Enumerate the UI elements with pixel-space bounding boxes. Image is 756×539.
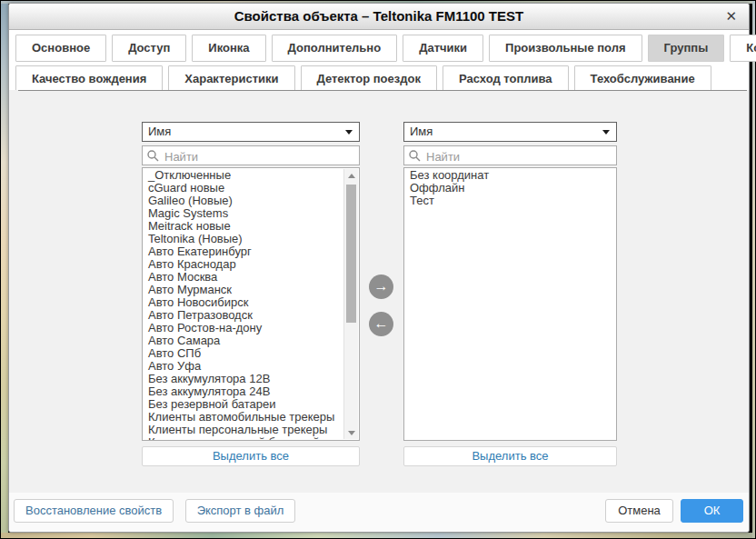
map-background-right <box>752 1 755 538</box>
assigned-groups-list-items: Без координатОффлайнТест <box>404 169 616 440</box>
groups-tab-content: Имя _ОтключенныеcGuard новыеGalileo (Нов… <box>9 90 749 493</box>
scroll-down-icon[interactable] <box>344 426 358 439</box>
list-item[interactable]: cGuard новые <box>143 182 344 195</box>
tab-bar: ОсновноеДоступИконкаДополнительноДатчики… <box>13 33 745 95</box>
sort-select-right[interactable]: Имя <box>403 122 617 142</box>
dialog-footer: Восстановление свойств Экспорт в файл От… <box>9 493 749 532</box>
tab-datchiki[interactable]: Датчики <box>403 35 483 62</box>
tab-proizvolnye-polya[interactable]: Произвольные поля <box>489 35 642 62</box>
chevron-down-icon <box>345 130 353 135</box>
list-item[interactable]: Без резервной батареи <box>143 398 344 411</box>
list-item[interactable]: Авто Краснодар <box>143 258 344 271</box>
list-item[interactable]: Тест <box>404 195 616 207</box>
map-background-left <box>1 1 8 538</box>
search-icon <box>146 149 160 163</box>
dialog-title: Свойства объекта – Teltonika FM1100 TEST <box>9 4 749 29</box>
list-item[interactable]: _Отключенные <box>143 169 344 182</box>
tab-osnovnoe[interactable]: Основное <box>15 35 106 62</box>
search-input-right[interactable] <box>424 146 614 166</box>
dialog-titlebar: Свойства объекта – Teltonika FM1100 TEST… <box>9 4 749 30</box>
arrow-left-icon: ← <box>374 315 389 331</box>
list-item[interactable]: Авто Мурманск <box>143 284 344 296</box>
close-icon[interactable]: ✕ <box>725 4 737 29</box>
tab-kachestvo-vozhdeniya[interactable]: Качество вождения <box>15 65 163 93</box>
move-left-button[interactable]: ← <box>369 312 393 336</box>
list-item[interactable]: Клиенты с резервной батареей <box>143 436 344 440</box>
list-item[interactable]: Teltonika (Новые) <box>143 233 344 245</box>
available-groups-list-items: _ОтключенныеcGuard новыеGalileo (Новые)M… <box>143 169 344 440</box>
transfer-buttons: → ← <box>369 274 393 349</box>
tab-ikonka[interactable]: Иконка <box>192 35 265 62</box>
list-item[interactable]: Авто Новосибирск <box>143 296 344 309</box>
list-item[interactable]: Galileo (Новые) <box>143 195 344 207</box>
tab-detektor-poezdok[interactable]: Детектор поездок <box>301 65 437 93</box>
tab-raskhod-topliva[interactable]: Расход топлива <box>443 65 569 93</box>
scroll-up-icon[interactable] <box>344 169 358 182</box>
list-item[interactable]: Magic Systems <box>143 207 344 220</box>
available-groups-panel: Имя _ОтключенныеcGuard новыеGalileo (Нов… <box>142 90 360 493</box>
chevron-down-icon <box>602 130 610 135</box>
list-item[interactable]: Авто СПб <box>143 347 344 360</box>
search-icon <box>408 149 422 163</box>
search-input-left[interactable] <box>163 146 357 166</box>
list-item[interactable]: Без аккумулятора 12В <box>143 373 344 385</box>
tab-tekhobsluzhivanie[interactable]: Техобслуживание <box>574 65 711 93</box>
list-item[interactable]: Авто Екатеринбург <box>143 245 344 258</box>
tab-dopolnitelno[interactable]: Дополнительно <box>272 35 398 62</box>
search-box-right <box>403 145 617 165</box>
ok-button[interactable]: ОК <box>681 499 743 523</box>
screen: Свойства объекта – Teltonika FM1100 TEST… <box>0 0 756 539</box>
scrollbar[interactable] <box>343 169 358 439</box>
move-right-button[interactable]: → <box>369 274 393 299</box>
object-properties-dialog: Свойства объекта – Teltonika FM1100 TEST… <box>8 3 750 533</box>
sort-select-left[interactable]: Имя <box>142 122 360 142</box>
tab-kharakteristiki[interactable]: Характеристики <box>168 65 294 93</box>
list-item[interactable]: Авто Уфа <box>143 360 344 373</box>
list-item[interactable]: Meitrack новые <box>143 220 344 233</box>
tab-gruppy[interactable]: Группы <box>648 35 725 62</box>
select-all-left-button[interactable]: Выделить все <box>142 446 360 466</box>
tab-dostup[interactable]: Доступ <box>112 35 186 62</box>
list-item[interactable]: Авто Москва <box>143 271 344 284</box>
list-item[interactable]: Без аккумулятора 24В <box>143 385 344 398</box>
footer-left-buttons: Восстановление свойств Экспорт в файл <box>14 499 303 523</box>
export-to-file-button[interactable]: Экспорт в файл <box>185 499 296 523</box>
map-background-bottom <box>1 533 755 538</box>
cancel-button[interactable]: Отмена <box>605 499 673 523</box>
list-item[interactable]: Клиенты автомобильные трекеры <box>143 411 344 424</box>
tab-komandy[interactable]: Команды <box>730 35 756 62</box>
list-item[interactable]: Без координат <box>404 169 616 182</box>
restore-properties-button[interactable]: Восстановление свойств <box>14 499 174 523</box>
content-divider <box>18 90 747 91</box>
assigned-groups-list[interactable]: Без координатОффлайнТест <box>403 167 617 441</box>
assigned-groups-panel: Имя Без координатОффлайнТест Выделить вс… <box>403 90 617 493</box>
list-item[interactable]: Авто Петразоводск <box>143 309 344 322</box>
sort-select-left-value: Имя <box>148 125 171 138</box>
available-groups-list[interactable]: _ОтключенныеcGuard новыеGalileo (Новые)M… <box>142 167 360 441</box>
list-item[interactable]: Авто Ростов-на-дону <box>143 322 344 334</box>
scrollbar-thumb[interactable] <box>346 185 356 323</box>
list-item[interactable]: Оффлайн <box>404 182 616 195</box>
select-all-right-button[interactable]: Выделить все <box>403 446 617 466</box>
sort-select-right-value: Имя <box>410 125 433 138</box>
tab-row-1: ОсновноеДоступИконкаДополнительноДатчики… <box>13 33 745 64</box>
search-box-left <box>142 145 360 165</box>
list-item[interactable]: Авто Самара <box>143 334 344 347</box>
list-item[interactable]: Клиенты персональные трекеры <box>143 424 344 436</box>
arrow-right-icon: → <box>374 278 389 294</box>
